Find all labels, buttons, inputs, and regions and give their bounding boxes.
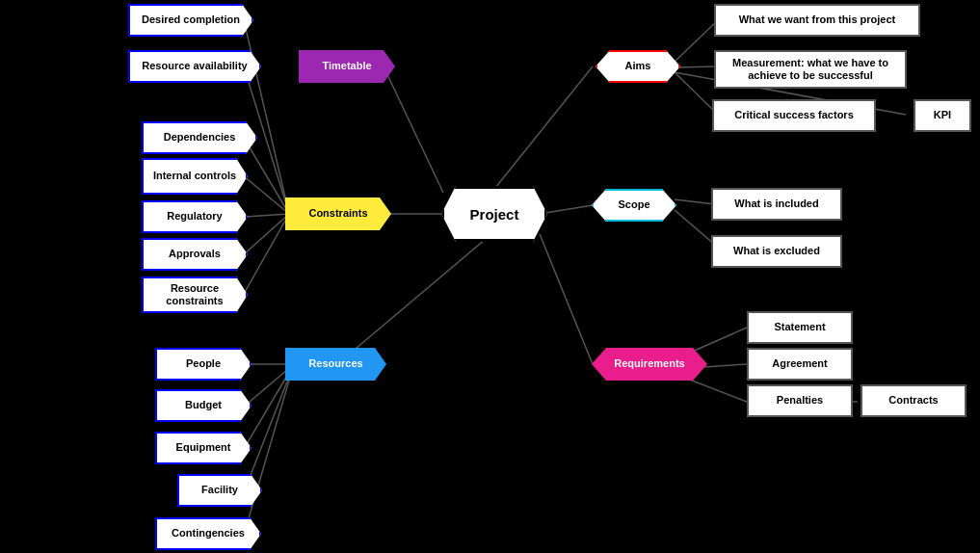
requirements-node: Requirements bbox=[592, 348, 707, 381]
svg-line-11 bbox=[491, 66, 593, 193]
facility-node: Facility bbox=[177, 474, 262, 507]
svg-line-5 bbox=[244, 214, 289, 254]
resources-label: Resources bbox=[308, 357, 362, 370]
svg-line-13 bbox=[675, 66, 718, 67]
penalties-label: Penalties bbox=[777, 394, 823, 407]
contracts-label: Contracts bbox=[888, 394, 938, 407]
agreement-label: Agreement bbox=[772, 357, 827, 370]
statement-label: Statement bbox=[774, 321, 825, 333]
aims-node: Aims bbox=[596, 50, 680, 83]
project-label: Project bbox=[470, 206, 519, 223]
resource-availability-node: Resource availability bbox=[128, 50, 261, 83]
approvals-node: Approvals bbox=[142, 238, 248, 271]
penalties-node: Penalties bbox=[747, 384, 853, 417]
desired-completion-node: Desired completion bbox=[128, 4, 253, 37]
svg-line-22 bbox=[244, 364, 294, 535]
timetable-label: Timetable bbox=[322, 60, 371, 72]
what-want-label: What we want from this project bbox=[739, 13, 896, 26]
svg-line-17 bbox=[337, 234, 491, 364]
resources-node: Resources bbox=[285, 348, 386, 381]
critical-success-label: Critical success factors bbox=[734, 109, 854, 121]
svg-line-6 bbox=[244, 214, 289, 294]
contingencies-label: Contingencies bbox=[172, 527, 245, 540]
svg-line-3 bbox=[244, 176, 289, 214]
what-excluded-node: What is excluded bbox=[711, 235, 842, 268]
approvals-label: Approvals bbox=[169, 248, 221, 260]
people-node: People bbox=[155, 348, 252, 381]
measurement-node: Measurement: what we have to achieve to … bbox=[714, 50, 907, 89]
facility-label: Facility bbox=[201, 484, 238, 496]
kpi-node: KPI bbox=[914, 99, 971, 132]
regulatory-label: Regulatory bbox=[167, 210, 222, 223]
svg-line-16 bbox=[384, 66, 443, 193]
svg-line-2 bbox=[244, 138, 289, 214]
agreement-node: Agreement bbox=[747, 348, 853, 381]
measurement-label: Measurement: what we have to achieve to … bbox=[716, 57, 905, 82]
requirements-label: Requirements bbox=[614, 357, 684, 370]
equipment-label: Equipment bbox=[176, 441, 231, 454]
scope-node: Scope bbox=[592, 189, 676, 222]
what-included-label: What is included bbox=[734, 198, 818, 210]
timetable-node: Timetable bbox=[299, 50, 395, 83]
kpi-label: KPI bbox=[934, 109, 951, 121]
internal-controls-label: Internal controls bbox=[153, 170, 236, 182]
equipment-node: Equipment bbox=[155, 432, 252, 464]
constraints-label: Constraints bbox=[308, 207, 367, 220]
svg-line-8 bbox=[540, 205, 593, 214]
project-node: Project bbox=[441, 186, 547, 242]
budget-node: Budget bbox=[155, 389, 252, 422]
internal-controls-node: Internal controls bbox=[142, 158, 248, 195]
critical-success-node: Critical success factors bbox=[712, 99, 876, 132]
resource-constraints-label: Resource constraints bbox=[144, 282, 246, 307]
svg-line-23 bbox=[540, 234, 593, 364]
contingencies-node: Contingencies bbox=[155, 517, 261, 550]
regulatory-node: Regulatory bbox=[142, 200, 248, 233]
svg-line-21 bbox=[244, 364, 294, 492]
what-included-node: What is included bbox=[711, 188, 842, 221]
statement-node: Statement bbox=[747, 311, 853, 344]
svg-line-0 bbox=[244, 20, 289, 214]
budget-label: Budget bbox=[185, 399, 222, 411]
dependencies-node: Dependencies bbox=[142, 121, 257, 154]
scope-label: Scope bbox=[618, 198, 649, 211]
what-want-node: What we want from this project bbox=[714, 4, 920, 37]
svg-line-4 bbox=[244, 214, 289, 217]
aims-label: Aims bbox=[625, 60, 651, 72]
what-excluded-label: What is excluded bbox=[733, 245, 820, 257]
constraints-node: Constraints bbox=[285, 198, 391, 230]
resource-availability-label: Resource availability bbox=[142, 60, 247, 72]
svg-line-12 bbox=[675, 20, 718, 62]
desired-completion-label: Desired completion bbox=[142, 13, 240, 26]
dependencies-label: Dependencies bbox=[164, 131, 236, 144]
contracts-node: Contracts bbox=[861, 384, 967, 417]
resource-constraints-node: Resource constraints bbox=[142, 276, 248, 313]
people-label: People bbox=[186, 357, 221, 370]
